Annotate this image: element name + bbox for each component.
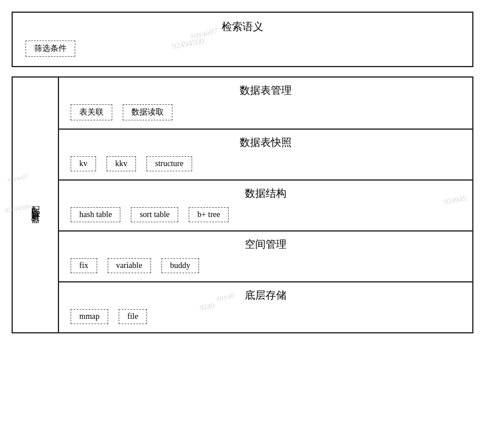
section-1-tags: kv kkv structure	[67, 155, 464, 172]
section-space-mgmt: 空间管理 fix variable buddy	[59, 232, 472, 282]
right-stacks: 数据表管理 表关联 数据读取 数据表快照 kv kkv structure 数据…	[59, 78, 472, 332]
tag-file: file	[119, 309, 147, 324]
top-section: 检索语义 筛选条件 xuyao07 92494500	[12, 12, 473, 67]
section-bottom-storage: 底层存储 mmap file xuya0 9249	[59, 282, 472, 332]
tag-hash-table: hash table	[71, 207, 120, 222]
top-title: 检索语义	[22, 20, 463, 34]
left-label: 配置解析器 xuyao07 92494500	[13, 78, 59, 332]
section-1-title: 数据表快照	[67, 135, 464, 149]
section-0-title: 数据表管理	[67, 83, 464, 97]
tag-kv: kv	[71, 156, 96, 171]
tag-sort-table: sort table	[131, 207, 178, 222]
tag-shuju-duqu: 数据读取	[123, 104, 172, 120]
tag-kkv: kkv	[106, 156, 136, 171]
main-layout: 配置解析器 xuyao07 92494500 数据表管理 表关联 数据读取 数据…	[12, 76, 473, 333]
tag-biao-guanlian: 表关联	[71, 104, 112, 120]
section-0-tags: 表关联 数据读取	[67, 103, 464, 122]
tag-buddy: buddy	[161, 258, 199, 273]
tag-fix: fix	[71, 258, 97, 273]
section-4-title: 底层存储	[67, 288, 464, 302]
section-4-tags: mmap file	[67, 308, 464, 325]
tag-mmap: mmap	[71, 309, 108, 324]
section-3-tags: fix variable buddy	[67, 257, 464, 274]
left-label-text: 配置解析器	[30, 199, 41, 211]
section-datatable-mgmt: 数据表管理 表关联 数据读取	[59, 78, 472, 130]
section-2-tags: hash table sort table b+ tree	[67, 206, 464, 223]
filter-tag[interactable]: 筛选条件	[25, 41, 75, 57]
section-datatable-snapshot: 数据表快照 kv kkv structure	[59, 130, 472, 181]
section-data-structure: 数据结构 hash table sort table b+ tree 92494…	[59, 181, 472, 232]
tag-bplus-tree: b+ tree	[189, 207, 229, 222]
section-2-title: 数据结构	[67, 186, 464, 200]
tag-variable: variable	[108, 258, 151, 273]
section-3-title: 空间管理	[67, 237, 464, 251]
tag-structure: structure	[146, 156, 192, 171]
